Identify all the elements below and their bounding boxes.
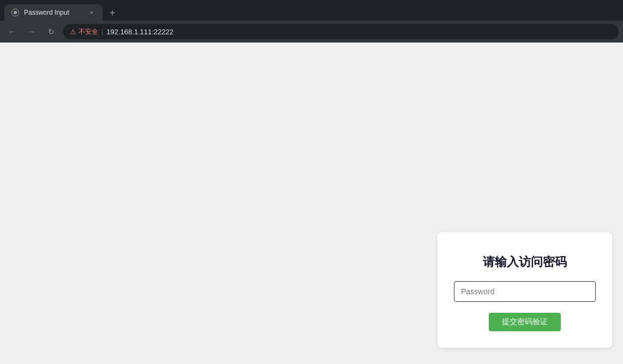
browser-chrome: Password Input × + ← → ↻ ⚠ 不安全 | 192.168… — [0, 0, 623, 43]
tab-close-button[interactable]: × — [87, 8, 96, 17]
submit-button[interactable]: 提交密码验证 — [489, 313, 561, 331]
url-divider: | — [101, 28, 103, 35]
card-title: 请输入访问密码 — [483, 254, 567, 270]
security-label: 不安全 — [79, 27, 98, 37]
password-card: 请输入访问密码 提交密码验证 — [438, 232, 612, 348]
active-tab[interactable]: Password Input × — [4, 4, 103, 21]
back-button[interactable]: ← — [4, 24, 20, 39]
url-display: 192.168.1.111:22222 — [106, 28, 173, 36]
forward-button[interactable]: → — [24, 24, 39, 39]
security-warning: ⚠ 不安全 — [70, 27, 98, 37]
page-content: 请输入访问密码 提交密码验证 — [0, 43, 623, 364]
reload-button[interactable]: ↻ — [44, 24, 59, 39]
tab-bar: Password Input × + — [0, 0, 623, 21]
warning-icon: ⚠ — [70, 28, 76, 36]
new-tab-button[interactable]: + — [105, 5, 120, 21]
address-input-wrapper[interactable]: ⚠ 不安全 | 192.168.1.111:22222 — [63, 24, 619, 39]
address-bar: ← → ↻ ⚠ 不安全 | 192.168.1.111:22222 — [0, 21, 623, 43]
tab-title: Password Input — [24, 9, 83, 16]
tab-favicon-icon — [11, 8, 20, 17]
password-input[interactable] — [454, 281, 596, 302]
svg-point-1 — [14, 11, 17, 14]
